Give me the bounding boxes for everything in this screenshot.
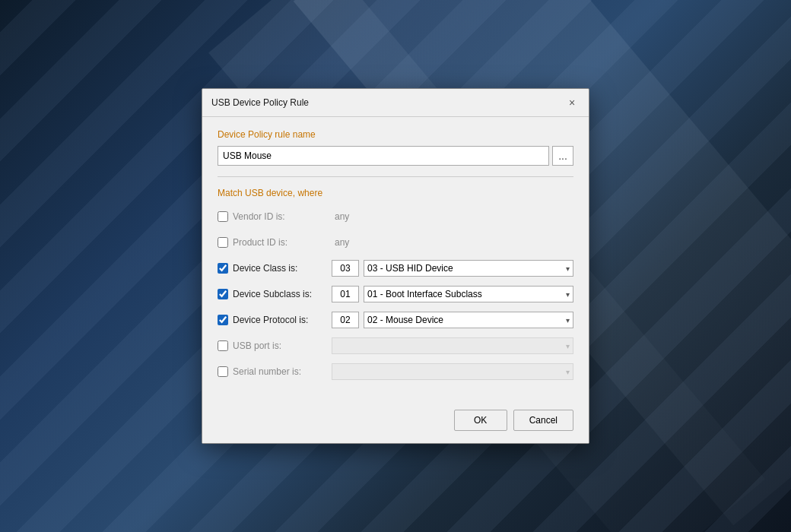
usb-port-label: USB port is: bbox=[233, 340, 332, 351]
divider bbox=[218, 176, 573, 177]
vendor-id-label: Vendor ID is: bbox=[233, 211, 332, 222]
close-button[interactable]: × bbox=[564, 95, 580, 110]
device-protocol-checkbox[interactable] bbox=[218, 315, 228, 325]
device-subclass-row: Device Subclass is: 01 - Boot Interface … bbox=[218, 285, 573, 303]
ok-button[interactable]: OK bbox=[454, 410, 507, 431]
product-id-any: any bbox=[335, 237, 349, 248]
section2-label: Match USB device, where bbox=[218, 188, 573, 198]
usb-port-select bbox=[332, 337, 573, 354]
device-class-checkbox[interactable] bbox=[218, 263, 228, 274]
usb-port-row: USB port is: bbox=[218, 337, 573, 355]
dialog-title: USB Device Policy Rule bbox=[211, 97, 309, 108]
usb-port-select-wrapper bbox=[332, 337, 573, 354]
name-row: ... bbox=[218, 146, 573, 166]
device-protocol-label: Device Protocol is: bbox=[233, 315, 332, 325]
serial-number-checkbox[interactable] bbox=[218, 366, 228, 377]
dialog-titlebar: USB Device Policy Rule × bbox=[202, 89, 589, 117]
device-class-select[interactable]: 03 - USB HID Device 00 - Device 01 - Aud… bbox=[364, 260, 573, 277]
usb-port-checkbox[interactable] bbox=[218, 340, 228, 351]
dialog-window: USB Device Policy Rule × Device Policy r… bbox=[202, 88, 589, 444]
product-id-row: Product ID is: any bbox=[218, 233, 573, 252]
device-class-select-wrapper: 03 - USB HID Device 00 - Device 01 - Aud… bbox=[364, 260, 573, 277]
device-subclass-label: Device Subclass is: bbox=[233, 289, 332, 299]
policy-name-input[interactable] bbox=[218, 146, 549, 166]
device-protocol-select[interactable]: 02 - Mouse Device 00 - None 01 - Keyboar… bbox=[364, 312, 573, 328]
product-id-checkbox[interactable] bbox=[218, 237, 228, 248]
device-subclass-number[interactable] bbox=[332, 286, 359, 302]
device-protocol-select-wrapper: 02 - Mouse Device 00 - None 01 - Keyboar… bbox=[364, 312, 573, 328]
product-id-label: Product ID is: bbox=[233, 237, 332, 248]
device-protocol-row: Device Protocol is: 02 - Mouse Device 00… bbox=[218, 311, 573, 329]
serial-number-label: Serial number is: bbox=[233, 366, 332, 377]
section1-label: Device Policy rule name bbox=[218, 129, 573, 140]
vendor-id-any: any bbox=[335, 211, 349, 222]
device-subclass-checkbox[interactable] bbox=[218, 289, 228, 299]
device-subclass-select[interactable]: 01 - Boot Interface Subclass 00 - None bbox=[364, 286, 573, 302]
browse-button[interactable]: ... bbox=[552, 146, 573, 166]
device-subclass-select-wrapper: 01 - Boot Interface Subclass 00 - None bbox=[364, 286, 573, 302]
device-class-label: Device Class is: bbox=[233, 263, 332, 274]
vendor-id-checkbox[interactable] bbox=[218, 211, 228, 222]
cancel-button[interactable]: Cancel bbox=[513, 410, 573, 431]
serial-number-row: Serial number is: bbox=[218, 363, 573, 381]
device-protocol-number[interactable] bbox=[332, 312, 359, 328]
dialog-body: Device Policy rule name ... Match USB de… bbox=[202, 117, 589, 401]
vendor-id-row: Vendor ID is: any bbox=[218, 207, 573, 226]
device-class-number[interactable] bbox=[332, 260, 359, 277]
serial-number-select bbox=[332, 363, 573, 380]
device-class-row: Device Class is: 03 - USB HID Device 00 … bbox=[218, 259, 573, 277]
dialog-footer: OK Cancel bbox=[202, 401, 589, 443]
serial-number-select-wrapper bbox=[332, 363, 573, 380]
